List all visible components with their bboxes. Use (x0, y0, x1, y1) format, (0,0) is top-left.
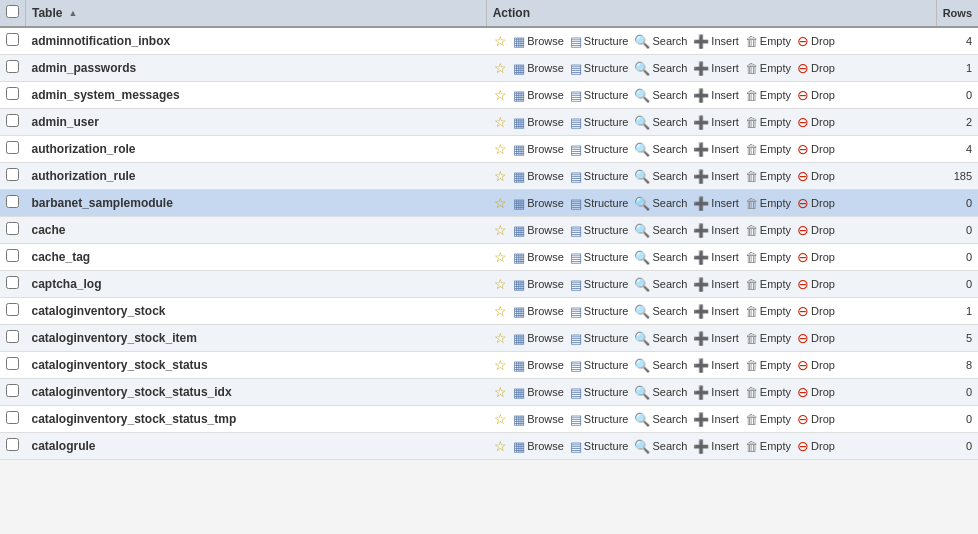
browse-button[interactable]: ▦ Browse (511, 87, 566, 104)
search-button[interactable]: 🔍 Search (632, 222, 689, 239)
row-checkbox[interactable] (6, 168, 19, 181)
search-button[interactable]: 🔍 Search (632, 87, 689, 104)
table-name-label[interactable]: cataloginventory_stock_status (32, 358, 208, 372)
drop-button[interactable]: ⊖ Drop (795, 275, 837, 293)
star-button[interactable]: ☆ (492, 86, 509, 104)
empty-button[interactable]: 🗑 Empty (743, 114, 793, 131)
select-all-checkbox[interactable] (6, 5, 19, 18)
star-button[interactable]: ☆ (492, 113, 509, 131)
star-button[interactable]: ☆ (492, 194, 509, 212)
star-button[interactable]: ☆ (492, 437, 509, 455)
search-button[interactable]: 🔍 Search (632, 114, 689, 131)
drop-button[interactable]: ⊖ Drop (795, 410, 837, 428)
row-checkbox[interactable] (6, 303, 19, 316)
insert-button[interactable]: ➕ Insert (691, 438, 741, 455)
row-checkbox[interactable] (6, 249, 19, 262)
insert-button[interactable]: ➕ Insert (691, 114, 741, 131)
drop-button[interactable]: ⊖ Drop (795, 194, 837, 212)
table-name-label[interactable]: catalogrule (32, 439, 96, 453)
insert-button[interactable]: ➕ Insert (691, 276, 741, 293)
drop-button[interactable]: ⊖ Drop (795, 356, 837, 374)
structure-button[interactable]: ▤ Structure (568, 222, 631, 239)
drop-button[interactable]: ⊖ Drop (795, 221, 837, 239)
empty-button[interactable]: 🗑 Empty (743, 195, 793, 212)
drop-button[interactable]: ⊖ Drop (795, 248, 837, 266)
insert-button[interactable]: ➕ Insert (691, 195, 741, 212)
table-name-label[interactable]: captcha_log (32, 277, 102, 291)
empty-button[interactable]: 🗑 Empty (743, 168, 793, 185)
table-name-label[interactable]: cataloginventory_stock_status_idx (32, 385, 232, 399)
search-button[interactable]: 🔍 Search (632, 411, 689, 428)
drop-button[interactable]: ⊖ Drop (795, 140, 837, 158)
structure-button[interactable]: ▤ Structure (568, 195, 631, 212)
empty-button[interactable]: 🗑 Empty (743, 222, 793, 239)
empty-button[interactable]: 🗑 Empty (743, 33, 793, 50)
browse-button[interactable]: ▦ Browse (511, 141, 566, 158)
star-button[interactable]: ☆ (492, 302, 509, 320)
browse-button[interactable]: ▦ Browse (511, 168, 566, 185)
star-button[interactable]: ☆ (492, 356, 509, 374)
star-button[interactable]: ☆ (492, 221, 509, 239)
row-checkbox[interactable] (6, 87, 19, 100)
structure-button[interactable]: ▤ Structure (568, 33, 631, 50)
browse-button[interactable]: ▦ Browse (511, 330, 566, 347)
structure-button[interactable]: ▤ Structure (568, 330, 631, 347)
empty-button[interactable]: 🗑 Empty (743, 60, 793, 77)
drop-button[interactable]: ⊖ Drop (795, 59, 837, 77)
row-checkbox[interactable] (6, 222, 19, 235)
browse-button[interactable]: ▦ Browse (511, 60, 566, 77)
insert-button[interactable]: ➕ Insert (691, 33, 741, 50)
table-name-label[interactable]: cataloginventory_stock (32, 304, 166, 318)
structure-button[interactable]: ▤ Structure (568, 168, 631, 185)
table-name-label[interactable]: cache (32, 223, 66, 237)
insert-button[interactable]: ➕ Insert (691, 411, 741, 428)
star-button[interactable]: ☆ (492, 59, 509, 77)
row-checkbox[interactable] (6, 141, 19, 154)
browse-button[interactable]: ▦ Browse (511, 384, 566, 401)
search-button[interactable]: 🔍 Search (632, 384, 689, 401)
structure-button[interactable]: ▤ Structure (568, 60, 631, 77)
structure-button[interactable]: ▤ Structure (568, 87, 631, 104)
empty-button[interactable]: 🗑 Empty (743, 357, 793, 374)
star-button[interactable]: ☆ (492, 410, 509, 428)
structure-button[interactable]: ▤ Structure (568, 384, 631, 401)
table-name-label[interactable]: barbanet_samplemodule (32, 196, 173, 210)
search-button[interactable]: 🔍 Search (632, 249, 689, 266)
table-name-label[interactable]: authorization_role (32, 142, 136, 156)
browse-button[interactable]: ▦ Browse (511, 411, 566, 428)
browse-button[interactable]: ▦ Browse (511, 276, 566, 293)
structure-button[interactable]: ▤ Structure (568, 411, 631, 428)
insert-button[interactable]: ➕ Insert (691, 87, 741, 104)
structure-button[interactable]: ▤ Structure (568, 114, 631, 131)
header-table-col[interactable]: Table ▲ (26, 0, 487, 27)
browse-button[interactable]: ▦ Browse (511, 114, 566, 131)
row-checkbox[interactable] (6, 438, 19, 451)
star-button[interactable]: ☆ (492, 329, 509, 347)
drop-button[interactable]: ⊖ Drop (795, 167, 837, 185)
browse-button[interactable]: ▦ Browse (511, 438, 566, 455)
structure-button[interactable]: ▤ Structure (568, 438, 631, 455)
structure-button[interactable]: ▤ Structure (568, 276, 631, 293)
drop-button[interactable]: ⊖ Drop (795, 113, 837, 131)
empty-button[interactable]: 🗑 Empty (743, 276, 793, 293)
drop-button[interactable]: ⊖ Drop (795, 302, 837, 320)
table-name-label[interactable]: adminnotification_inbox (32, 34, 171, 48)
search-button[interactable]: 🔍 Search (632, 438, 689, 455)
table-name-label[interactable]: admin_system_messages (32, 88, 180, 102)
empty-button[interactable]: 🗑 Empty (743, 87, 793, 104)
row-checkbox[interactable] (6, 60, 19, 73)
insert-button[interactable]: ➕ Insert (691, 357, 741, 374)
star-button[interactable]: ☆ (492, 383, 509, 401)
table-name-label[interactable]: admin_user (32, 115, 99, 129)
insert-button[interactable]: ➕ Insert (691, 141, 741, 158)
empty-button[interactable]: 🗑 Empty (743, 384, 793, 401)
table-name-label[interactable]: cache_tag (32, 250, 91, 264)
table-name-label[interactable]: cataloginventory_stock_status_tmp (32, 412, 237, 426)
structure-button[interactable]: ▤ Structure (568, 249, 631, 266)
insert-button[interactable]: ➕ Insert (691, 330, 741, 347)
drop-button[interactable]: ⊖ Drop (795, 86, 837, 104)
empty-button[interactable]: 🗑 Empty (743, 249, 793, 266)
empty-button[interactable]: 🗑 Empty (743, 141, 793, 158)
row-checkbox[interactable] (6, 33, 19, 46)
insert-button[interactable]: ➕ Insert (691, 303, 741, 320)
